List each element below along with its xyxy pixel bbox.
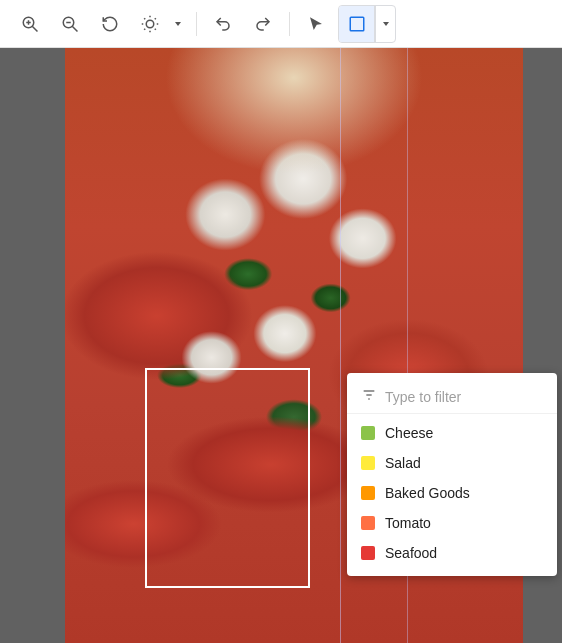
svg-line-15 (155, 18, 156, 19)
canvas-area[interactable]: Type to filter Cheese Salad Baked Goods … (0, 48, 562, 643)
undo-button[interactable] (205, 6, 241, 42)
bbox-button[interactable] (339, 6, 375, 42)
svg-line-1 (32, 26, 37, 31)
salad-label: Salad (385, 455, 421, 471)
list-item[interactable]: Seafood (347, 538, 557, 568)
svg-line-5 (72, 26, 77, 31)
bbox-tool-group (338, 5, 396, 43)
adjust-chevron-button[interactable] (168, 6, 188, 42)
cursor-button[interactable] (298, 6, 334, 42)
cheese-color-swatch (361, 426, 375, 440)
zoom-in-button[interactable] (12, 6, 48, 42)
toolbar (0, 0, 562, 48)
filter-placeholder: Type to filter (385, 389, 461, 405)
rotate-button[interactable] (92, 6, 128, 42)
guide-line-v1 (340, 48, 341, 643)
svg-marker-16 (175, 22, 181, 26)
svg-line-11 (155, 28, 156, 29)
svg-line-14 (144, 28, 145, 29)
list-item[interactable]: Salad (347, 448, 557, 478)
svg-rect-17 (350, 17, 364, 31)
baked-goods-color-swatch (361, 486, 375, 500)
svg-line-10 (144, 18, 145, 19)
annotation-box[interactable] (145, 368, 310, 588)
filter-icon (361, 387, 377, 407)
cheese-label: Cheese (385, 425, 433, 441)
list-item[interactable]: Baked Goods (347, 478, 557, 508)
divider-1 (196, 12, 197, 36)
svg-marker-18 (383, 22, 389, 26)
bbox-chevron-button[interactable] (375, 6, 395, 42)
seafood-color-swatch (361, 546, 375, 560)
list-item[interactable]: Tomato (347, 508, 557, 538)
redo-button[interactable] (245, 6, 281, 42)
seafood-label: Seafood (385, 545, 437, 561)
svg-point-7 (146, 20, 154, 28)
list-item[interactable]: Cheese (347, 418, 557, 448)
filter-row: Type to filter (347, 381, 557, 414)
salad-color-swatch (361, 456, 375, 470)
zoom-out-button[interactable] (52, 6, 88, 42)
adjust-button[interactable] (132, 6, 168, 42)
tomato-label: Tomato (385, 515, 431, 531)
adjust-group (132, 6, 188, 42)
baked-goods-label: Baked Goods (385, 485, 470, 501)
label-dropdown: Type to filter Cheese Salad Baked Goods … (347, 373, 557, 576)
tomato-color-swatch (361, 516, 375, 530)
divider-2 (289, 12, 290, 36)
